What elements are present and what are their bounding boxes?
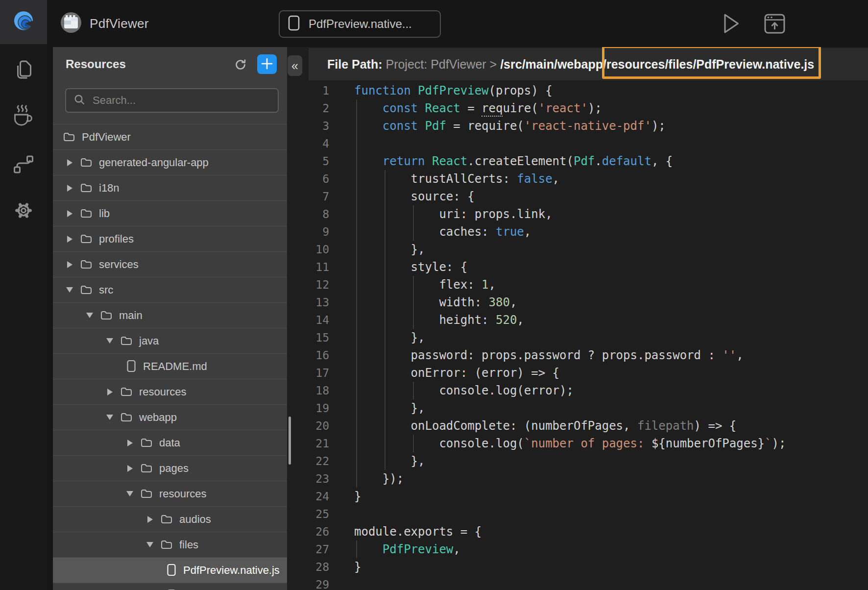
tree-item-resources[interactable]: resources <box>53 379 287 404</box>
code-line-23[interactable]: 23 }); <box>287 470 868 488</box>
tree-item-services[interactable]: services <box>53 251 287 277</box>
run-button[interactable] <box>723 13 740 34</box>
code-line-5[interactable]: 5 return React.createElement(Pdf.default… <box>287 152 868 170</box>
code-line-text: height: 520, <box>329 311 524 329</box>
code-line-27[interactable]: 27 PdfPreview, <box>287 541 868 558</box>
tree-item-partial[interactable] <box>53 583 287 590</box>
documents-button[interactable] <box>14 59 34 81</box>
documents-icon <box>14 75 34 82</box>
code-line-12[interactable]: 12 flex: 1, <box>287 276 868 294</box>
tree-scrollbar[interactable] <box>289 417 291 465</box>
line-number: 13 <box>287 294 329 311</box>
indent-guide <box>413 205 414 241</box>
code-line-text: width: 380, <box>329 294 517 311</box>
tree-item-resources[interactable]: resources <box>53 481 287 506</box>
code-line-13[interactable]: 13 width: 380, <box>287 294 868 311</box>
tree-item-main[interactable]: main <box>53 302 287 328</box>
tree-item-profiles[interactable]: profiles <box>53 226 287 251</box>
chevron-right-icon <box>107 389 113 395</box>
chevron-right-icon <box>67 210 72 217</box>
file-tree: PdfViewergenerated-angular-appi18nlibpro… <box>53 124 287 590</box>
folder-icon <box>80 259 93 270</box>
code-line-29[interactable]: 29 <box>287 576 868 590</box>
tree-item-label: resources <box>139 386 187 398</box>
file-path-prefix: /src/main/webapp/ <box>500 57 606 71</box>
top-bar: PdfViewer PdfPreview.native... <box>0 0 868 47</box>
code-line-16[interactable]: 16 password: props.password ? props.pass… <box>287 346 868 364</box>
code-line-text <box>329 576 354 590</box>
line-number: 3 <box>287 117 329 135</box>
code-line-8[interactable]: 8 uri: props.link, <box>287 205 868 223</box>
code-line-10[interactable]: 10 }, <box>287 241 868 258</box>
code-line-4[interactable]: 4 <box>287 135 868 152</box>
search-box <box>65 88 279 113</box>
tree-item-i18n[interactable]: i18n <box>53 175 287 200</box>
chevron-down-icon <box>86 313 93 318</box>
code-line-11[interactable]: 11 style: { <box>287 258 868 276</box>
code-line-24[interactable]: 24} <box>287 488 868 505</box>
code-area[interactable]: 1function PdfPreview(props) {2 const Rea… <box>287 82 868 590</box>
line-number: 18 <box>287 382 329 399</box>
tree-item-lib[interactable]: lib <box>53 200 287 226</box>
tree-item-label: generated-angular-app <box>99 156 209 169</box>
line-number: 14 <box>287 311 329 329</box>
tree-item-label: profiles <box>99 233 134 246</box>
tab-label: PdfPreview.native... <box>309 17 412 31</box>
code-line-28[interactable]: 28} <box>287 558 868 576</box>
collapse-panel-button[interactable]: « <box>288 55 302 76</box>
connector-icon <box>14 168 34 175</box>
folder-icon <box>120 335 133 346</box>
code-line-19[interactable]: 19 }, <box>287 399 868 417</box>
code-line-text: onError: (error) => { <box>329 364 559 382</box>
file-path-label: File Path: <box>327 57 386 71</box>
code-line-17[interactable]: 17 onError: (error) => { <box>287 364 868 382</box>
tree-item-label: audios <box>179 513 211 526</box>
code-line-text <box>329 505 354 523</box>
tree-item-data[interactable]: data <box>53 430 287 455</box>
tree-item-webapp[interactable]: webapp <box>53 404 287 430</box>
tree-item-pdfpreview.native.js[interactable]: PdfPreview.native.js <box>53 557 287 583</box>
code-line-25[interactable]: 25 <box>287 505 868 523</box>
settings-button[interactable] <box>13 199 35 221</box>
code-line-9[interactable]: 9 caches: true, <box>287 223 868 241</box>
connector-button[interactable] <box>14 155 34 173</box>
tree-item-label: files <box>179 539 198 551</box>
code-line-18[interactable]: 18 console.log(error); <box>287 382 868 399</box>
line-number: 20 <box>287 417 329 435</box>
coffee-button[interactable] <box>13 104 35 127</box>
code-line-3[interactable]: 3 const Pdf = require('react-native-pdf'… <box>287 117 868 135</box>
tree-item-pdfviewer[interactable]: PdfViewer <box>53 124 287 149</box>
tree-item-generated-angular-app[interactable]: generated-angular-app <box>53 149 287 175</box>
search-input[interactable] <box>92 94 278 107</box>
indent-guide <box>413 435 414 452</box>
tab-pdfpreview-native[interactable]: PdfPreview.native... <box>279 10 441 38</box>
add-button[interactable] <box>257 54 277 74</box>
file-path-highlighted-annotation: resources/files/PdfPreview.native.js <box>606 57 814 71</box>
code-line-15[interactable]: 15 }, <box>287 329 868 346</box>
indent-guide <box>413 382 414 399</box>
code-line-2[interactable]: 2 const React = require('react'); <box>287 99 868 117</box>
line-number: 25 <box>287 505 329 523</box>
code-line-21[interactable]: 21 console.log(`number of pages: ${numbe… <box>287 435 868 452</box>
code-line-1[interactable]: 1function PdfPreview(props) { <box>287 82 868 99</box>
tree-item-pages[interactable]: pages <box>53 455 287 481</box>
line-number: 17 <box>287 364 329 382</box>
code-line-26[interactable]: 26module.exports = { <box>287 523 868 541</box>
code-line-20[interactable]: 20 onLoadComplete: (numberOfPages, filep… <box>287 417 868 435</box>
code-line-text: password: props.password ? props.passwor… <box>329 346 744 364</box>
line-number: 28 <box>287 558 329 576</box>
refresh-button[interactable] <box>234 58 247 71</box>
code-line-text: }); <box>329 470 404 488</box>
tree-item-audios[interactable]: audios <box>53 506 287 532</box>
code-line-7[interactable]: 7 source: { <box>287 188 868 205</box>
code-line-14[interactable]: 14 height: 520, <box>287 311 868 329</box>
tree-item-src[interactable]: src <box>53 277 287 302</box>
code-line-22[interactable]: 22 }, <box>287 452 868 470</box>
tree-item-label: PdfViewer <box>82 131 131 144</box>
open-in-window-button[interactable] <box>764 14 785 34</box>
tree-item-java[interactable]: java <box>53 328 287 353</box>
app-logo[interactable] <box>0 0 47 44</box>
tree-item-files[interactable]: files <box>53 532 287 557</box>
code-line-6[interactable]: 6 trustAllCerts: false, <box>287 170 868 188</box>
tree-item-readme.md[interactable]: README.md <box>53 353 287 379</box>
